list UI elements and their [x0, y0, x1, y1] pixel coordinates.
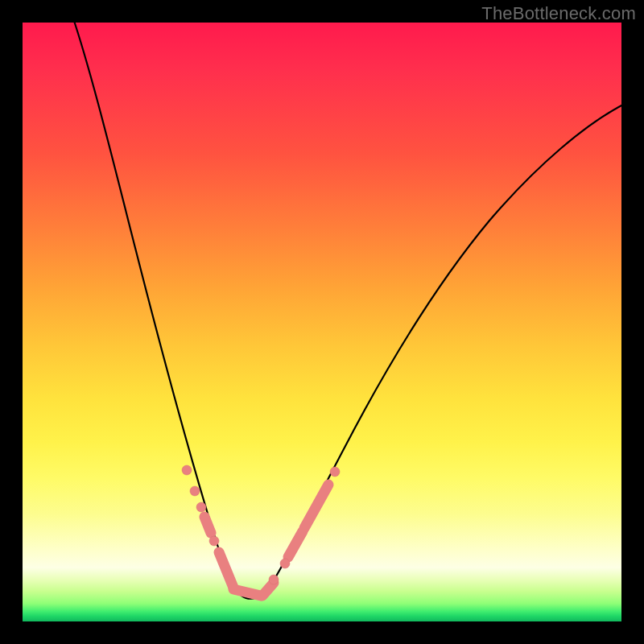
svg-line-5: [304, 485, 328, 528]
svg-point-11: [280, 559, 290, 568]
highlight-segments: [204, 485, 328, 596]
svg-point-10: [269, 575, 279, 584]
svg-point-6: [182, 465, 192, 475]
chart-frame: TheBottleneck.com: [0, 0, 644, 644]
svg-line-3: [262, 583, 274, 596]
svg-line-4: [288, 531, 303, 557]
curve-layer: [23, 23, 621, 621]
svg-point-12: [330, 467, 340, 477]
plot-area: [23, 23, 621, 621]
svg-point-7: [190, 486, 200, 496]
svg-line-0: [204, 517, 211, 533]
svg-line-2: [233, 589, 261, 596]
watermark-text: TheBottleneck.com: [481, 3, 636, 24]
svg-point-8: [196, 502, 206, 512]
svg-point-9: [209, 536, 219, 546]
svg-line-1: [219, 552, 233, 588]
bottleneck-curve: [72, 16, 623, 599]
